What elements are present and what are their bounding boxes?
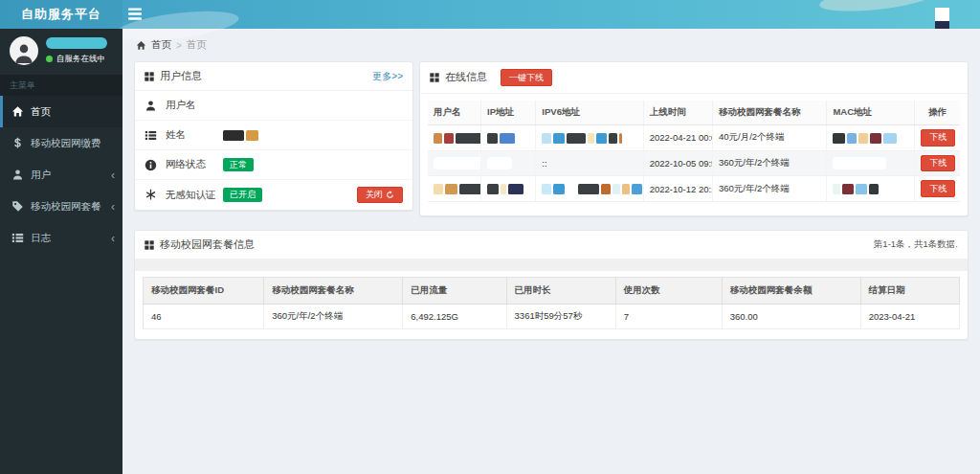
navbar-decoration-swoosh bbox=[818, 0, 935, 15]
redaction-block bbox=[434, 133, 442, 144]
redaction-block-username bbox=[46, 37, 107, 49]
sidebar-item-1[interactable]: 移动校园网缴费 bbox=[0, 127, 122, 159]
user-panel-title: 用户信息 bbox=[160, 69, 202, 83]
online-info-panel: 在线信息 一键下线 用户名IP地址IPV6地址上线时间移动校园网套餐名称MAC地… bbox=[419, 61, 969, 216]
column-header: 移动校园网套餐ID bbox=[144, 278, 264, 305]
app-brand-title: 自助服务平台 bbox=[0, 0, 122, 29]
column-header: 移动校园网套餐余额 bbox=[722, 278, 860, 305]
redaction-block bbox=[847, 133, 857, 144]
online-table-row-1: ::2022-10-05 09:59:19360元/年/2个终端下线 bbox=[428, 150, 960, 176]
online-table-row-2: 2022-10-12 20:18:26360元/年/2个终端下线 bbox=[428, 176, 960, 202]
user-info-row-0: 用户名 bbox=[135, 91, 412, 121]
ip-cell bbox=[481, 176, 536, 202]
redaction-block bbox=[883, 133, 897, 144]
mac-cell bbox=[827, 176, 915, 202]
redaction-block bbox=[609, 133, 617, 144]
redaction-block bbox=[487, 157, 512, 169]
column-header: 操作 bbox=[915, 101, 960, 125]
breadcrumb-current: 首页 bbox=[187, 38, 207, 52]
sidebar-item-0[interactable]: 首页 bbox=[0, 96, 122, 127]
redaction-block bbox=[567, 184, 576, 194]
redaction-block bbox=[622, 184, 630, 194]
close-auth-button[interactable]: 关闭 bbox=[357, 187, 403, 204]
redaction-block bbox=[619, 133, 622, 144]
offline-button[interactable]: 下线 bbox=[921, 180, 955, 197]
online-status: 自服务在线中 bbox=[46, 54, 115, 65]
redaction-block bbox=[567, 133, 586, 144]
column-header: 使用次数 bbox=[615, 278, 722, 305]
offline-button[interactable]: 下线 bbox=[921, 129, 955, 147]
user-icon bbox=[11, 169, 24, 181]
redaction-block bbox=[487, 184, 499, 194]
offline-button[interactable]: 下线 bbox=[921, 155, 955, 172]
sidebar-item-4[interactable]: 日志‹ bbox=[0, 222, 122, 254]
plan-cell: 7 bbox=[615, 305, 722, 329]
refresh-icon bbox=[386, 191, 394, 199]
chevron-left-icon: ‹ bbox=[111, 201, 115, 213]
user-info-row-2: 网络状态正常 bbox=[135, 150, 412, 180]
grid-icon bbox=[145, 72, 154, 81]
sidebar-menu-label: 主菜单 bbox=[0, 75, 122, 96]
breadcrumb-separator: > bbox=[176, 40, 182, 51]
more-link[interactable]: 更多>> bbox=[372, 70, 403, 83]
plan-info-panel: 移动校园网套餐信息 第1-1条，共1条数据. 移动校园网套餐ID移动校园网套餐名… bbox=[134, 230, 969, 340]
redaction-block bbox=[869, 184, 879, 194]
plan-cell: 360.00 bbox=[722, 305, 860, 329]
redaction-block bbox=[833, 184, 840, 194]
redaction-block bbox=[612, 184, 620, 194]
login-time-cell: 2022-10-05 09:59:19 bbox=[643, 150, 712, 176]
info-label: 姓名 bbox=[166, 128, 223, 142]
plan-panel-title: 移动校园网套餐信息 bbox=[160, 237, 255, 252]
column-header: MAC地址 bbox=[827, 101, 915, 125]
ip-cell bbox=[481, 124, 536, 150]
column-header: IP地址 bbox=[481, 101, 536, 125]
redaction-block bbox=[487, 133, 498, 144]
redaction-block bbox=[578, 184, 599, 194]
redaction-block bbox=[500, 133, 515, 144]
column-header: 上线时间 bbox=[643, 101, 712, 125]
hamburger-menu-icon[interactable] bbox=[128, 8, 142, 20]
sidebar-item-2[interactable]: 用户‹ bbox=[0, 159, 122, 191]
grid-icon bbox=[145, 240, 154, 250]
online-table-row-0: 2022-04-21 00:07:4540元/月/2个终端下线 bbox=[428, 124, 960, 150]
username-cell bbox=[428, 176, 481, 202]
grid-icon bbox=[430, 73, 439, 82]
action-cell: 下线 bbox=[915, 176, 960, 202]
plan-cell: 3361时59分57秒 bbox=[506, 305, 615, 329]
ipv6-cell: :: bbox=[536, 150, 643, 176]
status-badge: 正常 bbox=[223, 158, 254, 172]
redaction-block bbox=[459, 184, 481, 194]
plan-cell: 6,492.125G bbox=[403, 305, 506, 329]
redaction-block bbox=[870, 133, 881, 144]
breadcrumb-home-link[interactable]: 首页 bbox=[151, 38, 171, 52]
mac-cell bbox=[827, 124, 915, 150]
online-status-label: 自服务在线中 bbox=[56, 54, 105, 65]
top-navbar: 自助服务平台 bbox=[0, 0, 980, 29]
user-info-row-1: 姓名 bbox=[135, 121, 412, 150]
online-sessions-table: 用户名IP地址IPV6地址上线时间移动校园网套餐名称MAC地址操作 2022-0… bbox=[428, 101, 960, 202]
offline-all-button[interactable]: 一键下线 bbox=[501, 69, 552, 86]
online-status-dot bbox=[46, 56, 53, 62]
redaction-block bbox=[596, 133, 607, 144]
action-cell: 下线 bbox=[915, 150, 960, 176]
ip-cell bbox=[481, 150, 536, 176]
online-panel-title: 在线信息 bbox=[445, 70, 487, 84]
ipv6-cell bbox=[536, 124, 643, 150]
user-info-rows: 用户名姓名网络状态正常无感知认证已开启关闭 bbox=[135, 91, 412, 210]
home-icon bbox=[11, 105, 24, 118]
asterisk-icon bbox=[145, 189, 157, 201]
sidebar-menu: 首页移动校园网缴费用户‹移动校园网套餐‹日志‹ bbox=[0, 96, 122, 254]
plan-cell: 2023-04-21 bbox=[860, 305, 959, 329]
redaction-block bbox=[246, 130, 258, 141]
action-cell: 下线 bbox=[915, 124, 960, 150]
redaction-block bbox=[508, 184, 523, 194]
sidebar-item-3[interactable]: 移动校园网套餐‹ bbox=[0, 191, 122, 222]
home-icon bbox=[136, 40, 146, 51]
list-icon bbox=[145, 129, 157, 142]
ipv6-cell bbox=[536, 176, 643, 202]
main-content: 首页 > 首页 用户信息 更多>> 用户名姓名网络状态正常无感知认证已开启关闭 … bbox=[122, 29, 980, 474]
column-header: 结算日期 bbox=[860, 278, 959, 305]
sidebar: 自服务在线中 主菜单 首页移动校园网缴费用户‹移动校园网套餐‹日志‹ bbox=[0, 29, 122, 474]
login-time-cell: 2022-04-21 00:07:45 bbox=[643, 124, 712, 150]
chevron-left-icon: ‹ bbox=[111, 169, 115, 181]
